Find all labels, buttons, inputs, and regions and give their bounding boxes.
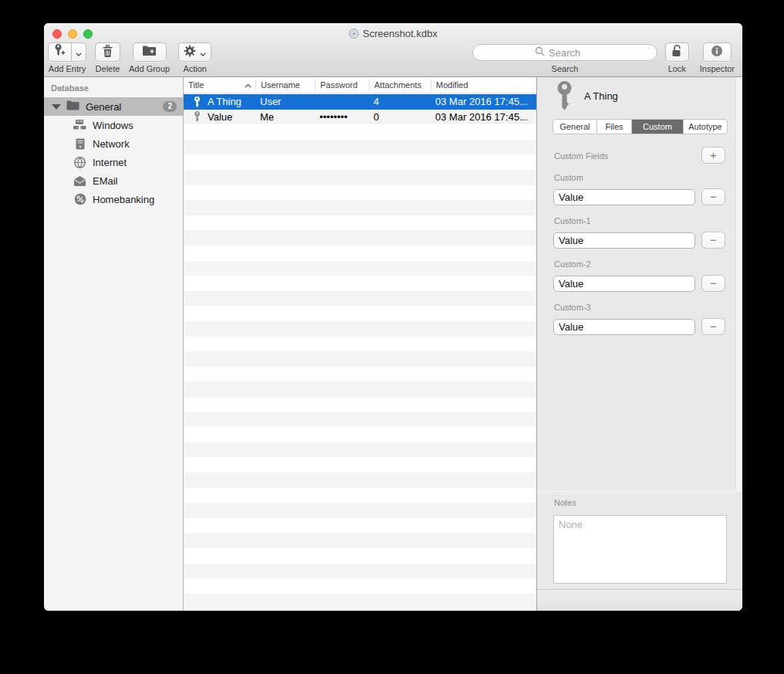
inspector-scrollbar-track[interactable] <box>735 77 742 492</box>
sidebar-item-internet[interactable]: Internet <box>44 153 183 171</box>
cell-modified: 03 Mar 2016 17:45... <box>431 111 536 123</box>
entry-title: A Thing <box>584 90 618 102</box>
gear-icon <box>184 45 196 60</box>
cell-username: User <box>255 96 315 107</box>
key-icon <box>194 97 201 107</box>
cell-username: Me <box>255 111 315 123</box>
disclosure-triangle-icon[interactable] <box>52 104 61 110</box>
add-custom-field-button[interactable]: + <box>701 147 725 164</box>
add-group-tool: Add Group <box>129 42 170 73</box>
tab-general[interactable]: General <box>553 120 596 134</box>
envelope-icon <box>73 176 86 186</box>
section-divider <box>537 491 742 492</box>
column-header-attachments[interactable]: Attachments <box>369 80 431 91</box>
key-icon <box>194 111 201 122</box>
sidebar-item-homebanking[interactable]: Homebanking <box>44 190 183 208</box>
field-label: Custom-1 <box>554 216 591 225</box>
table-row[interactable]: A Thing User 4 03 Mar 2016 17:45... <box>184 94 536 110</box>
sidebar-item-label: Internet <box>93 157 127 168</box>
lock-label: Lock <box>668 64 686 73</box>
lock-tool: Lock <box>665 42 689 73</box>
inspector-footer <box>537 589 742 611</box>
action-tool: Action <box>178 42 211 73</box>
custom-field-input[interactable] <box>553 232 695 249</box>
chevron-down-icon <box>200 46 206 59</box>
action-button[interactable] <box>178 42 211 62</box>
add-entry-tool: Add Entry <box>48 42 86 73</box>
table-body: A Thing User 4 03 Mar 2016 17:45... Valu… <box>184 94 536 611</box>
remove-custom-field-button[interactable]: − <box>701 275 725 292</box>
titlebar-toolbar: Screenshot.kdbx Add Entry <box>44 23 742 77</box>
cell-title: A Thing <box>208 96 242 107</box>
cell-attachments: 4 <box>369 96 431 107</box>
sidebar-item-general[interactable]: General 2 <box>44 97 183 116</box>
cell-modified: 03 Mar 2016 17:45... <box>431 96 536 107</box>
notes-heading: Notes <box>554 498 576 507</box>
trash-icon <box>102 45 113 60</box>
info-icon <box>711 45 723 60</box>
search-tool: Search <box>472 44 657 73</box>
sidebar-item-label: Windows <box>93 120 133 131</box>
sidebar: Database General 2 Windows Network <box>44 77 184 611</box>
key-plus-icon <box>54 44 66 60</box>
entry-key-icon <box>556 81 573 113</box>
cell-title: Value <box>208 111 232 123</box>
custom-field-input[interactable] <box>553 189 695 205</box>
table-row[interactable]: Value Me •••••••• 0 03 Mar 2016 17:45... <box>184 110 536 125</box>
server-icon <box>73 138 86 150</box>
sidebar-item-network[interactable]: Network <box>44 134 183 153</box>
add-entry-button[interactable] <box>48 42 72 62</box>
inspector-label: Inspector <box>700 64 735 73</box>
column-header-modified[interactable]: Modified <box>431 80 536 91</box>
search-icon <box>535 46 545 59</box>
field-label: Custom-3 <box>554 303 591 312</box>
inspector-tabs: General Files Custom Autotype <box>553 119 728 134</box>
lock-open-icon <box>671 44 683 60</box>
delete-button[interactable] <box>95 42 120 62</box>
delete-label: Delete <box>96 64 120 73</box>
remove-custom-field-button[interactable]: − <box>701 188 725 205</box>
column-header-username[interactable]: Username <box>255 80 315 91</box>
globe-icon <box>73 157 86 168</box>
column-header-password[interactable]: Password <box>315 80 369 91</box>
add-group-label: Add Group <box>129 64 170 73</box>
sidebar-item-email[interactable]: EMail <box>44 171 183 190</box>
tab-files[interactable]: Files <box>596 120 631 134</box>
percent-circle-icon <box>73 193 86 205</box>
table-header: Title Username Password Attachments Modi… <box>184 77 536 93</box>
app-window: Screenshot.kdbx Add Entry <box>44 23 742 611</box>
sidebar-item-label: EMail <box>93 175 118 187</box>
remove-custom-field-button[interactable]: − <box>701 318 725 335</box>
search-label: Search <box>472 64 657 73</box>
entry-count-badge: 2 <box>163 101 177 112</box>
folder-icon <box>66 100 79 113</box>
sidebar-item-windows[interactable]: Windows <box>44 116 183 134</box>
tab-custom[interactable]: Custom <box>631 120 683 134</box>
add-group-button[interactable] <box>133 42 167 62</box>
inspector-panel: A Thing General Files Custom Autotype Cu… <box>536 77 742 611</box>
window-title: Screenshot.kdbx <box>44 28 742 41</box>
custom-field-input[interactable] <box>553 319 695 335</box>
sort-ascending-icon <box>245 80 252 90</box>
field-label: Custom-2 <box>554 259 591 269</box>
sidebar-item-label: Homebanking <box>93 194 154 205</box>
column-header-title[interactable]: Title <box>184 80 255 91</box>
custom-field-input[interactable] <box>553 276 695 292</box>
tab-autotype[interactable]: Autotype <box>683 120 727 134</box>
add-entry-dropdown[interactable] <box>72 42 86 62</box>
delete-tool: Delete <box>95 42 120 73</box>
sidebar-item-label: General <box>86 101 121 113</box>
search-input[interactable] <box>549 47 595 59</box>
sidebar-section-header: Database <box>44 77 183 93</box>
notes-textarea[interactable] <box>553 515 727 584</box>
folder-plus-icon <box>142 45 157 59</box>
remove-custom-field-button[interactable]: − <box>701 232 725 249</box>
inspector-button[interactable] <box>703 42 732 62</box>
inspector-tool: Inspector <box>700 42 735 73</box>
cell-attachments: 0 <box>369 111 431 123</box>
search-field[interactable] <box>472 44 657 61</box>
lock-button[interactable] <box>665 42 689 62</box>
field-label: Custom <box>554 173 583 182</box>
custom-fields-heading: Custom Fields <box>554 151 608 161</box>
add-entry-label: Add Entry <box>49 64 86 73</box>
